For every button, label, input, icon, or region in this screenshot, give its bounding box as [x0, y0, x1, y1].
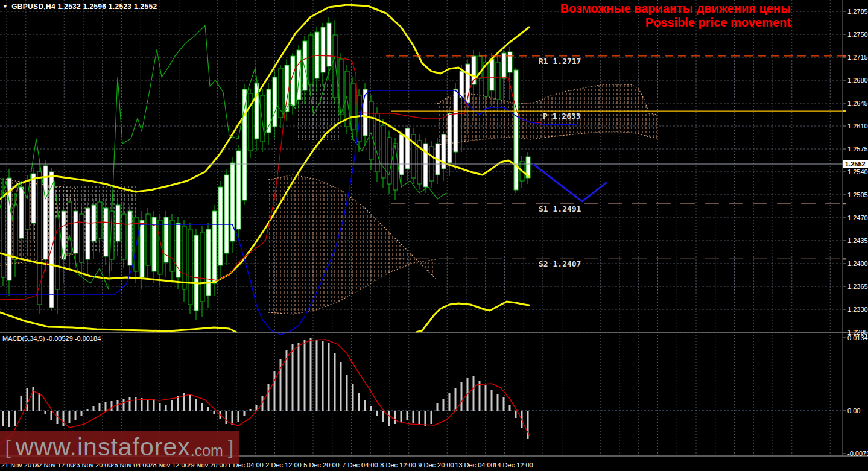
- svg-text:8 Dec 12:00: 8 Dec 12:00: [380, 461, 416, 469]
- candles: [1, 17, 530, 320]
- svg-text:1.2295: 1.2295: [847, 329, 868, 336]
- svg-text:2 Dec 12:00: 2 Dec 12:00: [265, 461, 301, 469]
- svg-text:9 Dec 20:00: 9 Dec 20:00: [418, 461, 454, 469]
- instaforex-watermark: [www.instaforex.com]: [0, 431, 239, 464]
- svg-text:1.2330: 1.2330: [847, 306, 868, 313]
- svg-text:1.2365: 1.2365: [847, 283, 868, 290]
- svg-text:S1 1.2491: S1 1.2491: [539, 204, 581, 213]
- quote-header: ▼ GBPUSD,H4 1.2532 1.2596 1.2523 1.2552: [2, 2, 157, 11]
- svg-text:7 Dec 04:00: 7 Dec 04:00: [342, 461, 378, 469]
- svg-text:1.2645: 1.2645: [847, 100, 868, 107]
- annotation-line-ru: Возможные варианты движения цены: [560, 2, 791, 16]
- svg-text:13 Dec 04:00: 13 Dec 04:00: [455, 461, 494, 469]
- svg-text:1.2435: 1.2435: [847, 237, 868, 244]
- svg-text:1.2470: 1.2470: [847, 214, 868, 221]
- svg-text:1.2575: 1.2575: [847, 145, 868, 153]
- svg-text:1.2505: 1.2505: [847, 191, 868, 198]
- svg-text:1.2400: 1.2400: [847, 260, 868, 267]
- watermark-tld: .com: [191, 442, 223, 464]
- svg-text:1.2610: 1.2610: [847, 122, 868, 130]
- svg-text:0.00: 0.00: [847, 407, 860, 414]
- macd-pane: [0, 338, 843, 444]
- svg-text:1.2750: 1.2750: [847, 31, 868, 38]
- svg-text:R1 1.2717: R1 1.2717: [539, 57, 581, 66]
- macd-indicator-label: MACD(5,34,5) -0.00529 -0.00184: [2, 335, 101, 342]
- svg-text:5 Dec 20:00: 5 Dec 20:00: [303, 461, 339, 469]
- annotation-line-en: Possible price movement: [560, 16, 791, 30]
- watermark-bracket-left: [: [5, 435, 11, 459]
- chart-canvas[interactable]: R1 1.2717P 1.2633S1 1.2491S2 1.2407 0.01…: [0, 0, 868, 471]
- symbol-dropdown-icon[interactable]: ▼: [2, 4, 8, 10]
- symbol-quote-line: GBPUSD,H4 1.2532 1.2596 1.2523 1.2552: [11, 2, 157, 11]
- watermark-domain: www.instaforex: [16, 433, 191, 461]
- svg-text:P 1.2633: P 1.2633: [543, 112, 581, 121]
- svg-text:1.2540: 1.2540: [847, 168, 868, 175]
- price-movement-annotation: Возможные варианты движения цены Possibl…: [560, 2, 791, 30]
- svg-text:S2 1.2407: S2 1.2407: [539, 259, 581, 268]
- svg-text:14 Dec 12:00: 14 Dec 12:00: [493, 461, 533, 469]
- svg-text:1.2785: 1.2785: [847, 8, 868, 15]
- bollinger-lower-right: [416, 302, 529, 332]
- trading-chart-window: R1 1.2717P 1.2633S1 1.2491S2 1.2407 0.01…: [0, 0, 868, 471]
- forecast-arrow: [533, 164, 606, 201]
- svg-text:1.2680: 1.2680: [847, 77, 868, 84]
- svg-text:1.2715: 1.2715: [847, 54, 868, 61]
- watermark-bracket-right: ]: [228, 435, 233, 459]
- svg-text:1.2552: 1.2552: [845, 160, 866, 168]
- bollinger-lower-left: [0, 312, 236, 332]
- price-axis[interactable]: 0.013480.00-0.007941.27851.27501.27151.2…: [843, 8, 868, 457]
- svg-text:-0.00794: -0.00794: [847, 450, 868, 457]
